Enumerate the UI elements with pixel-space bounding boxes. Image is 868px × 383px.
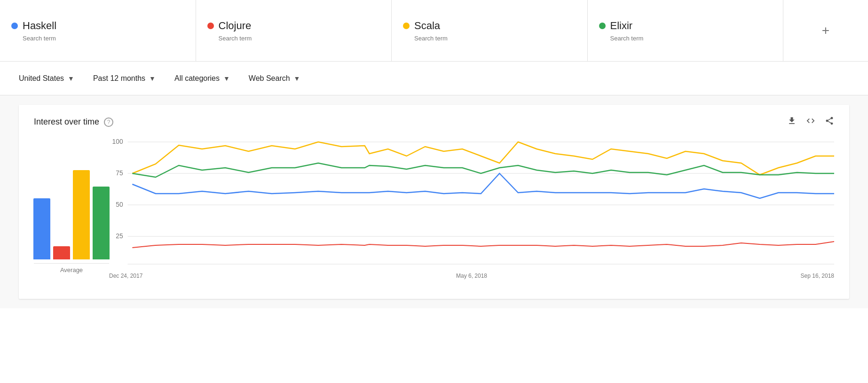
clojure-label: Search term: [219, 35, 380, 42]
add-term-button[interactable]: +: [783, 0, 868, 61]
elixir-name: Elixir: [610, 20, 633, 32]
svg-text:50: 50: [116, 201, 123, 208]
clojure-name: Clojure: [219, 20, 252, 32]
searchtype-arrow-icon: ▼: [294, 75, 300, 82]
svg-text:100: 100: [112, 138, 123, 145]
embed-icon[interactable]: [806, 116, 815, 128]
category-arrow-icon: ▼: [223, 75, 230, 82]
searchtype-label: Web Search: [249, 74, 290, 83]
elixir-dot: [599, 23, 606, 29]
average-label: Average: [34, 263, 109, 274]
x-label-may: May 6, 2018: [456, 273, 487, 279]
haskell-line: [132, 163, 834, 177]
haskell-name: Haskell: [23, 20, 56, 32]
chart-title-row: Interest over time ?: [34, 117, 113, 127]
chart-body: Average 100 75 50 25: [34, 137, 834, 288]
region-label: United States: [19, 74, 64, 83]
chart-card: Interest over time ?: [19, 105, 849, 299]
category-filter[interactable]: All categories ▼: [167, 70, 237, 86]
chart-actions: [787, 116, 834, 128]
scala-dot: [403, 23, 410, 29]
bar-clojure: [53, 246, 70, 259]
bar-elixir: [93, 187, 110, 259]
chart-header: Interest over time ?: [34, 116, 834, 128]
clojure-dot: [207, 23, 214, 29]
searchtype-filter[interactable]: Web Search ▼: [241, 70, 308, 86]
term-scala[interactable]: Scala Search term: [392, 0, 588, 61]
filter-bar: United States ▼ Past 12 months ▼ All cat…: [0, 62, 868, 95]
x-label-dec: Dec 24, 2017: [109, 273, 142, 279]
help-icon[interactable]: ?: [104, 117, 113, 127]
x-label-sep: Sep 16, 2018: [801, 273, 834, 279]
search-terms-bar: Haskell Search term Clojure Search term …: [0, 0, 868, 62]
clojure-line: [132, 173, 834, 198]
svg-text:75: 75: [116, 169, 123, 177]
timerange-filter[interactable]: Past 12 months ▼: [86, 70, 163, 86]
term-elixir[interactable]: Elixir Search term: [588, 0, 784, 61]
scala-name: Scala: [414, 20, 440, 32]
line-chart-container: 100 75 50 25 Dec 24, 2017 May: [109, 137, 834, 288]
bar-chart-mini: Average: [34, 137, 109, 288]
bars-container: [33, 165, 110, 259]
timerange-label: Past 12 months: [93, 74, 145, 83]
svg-text:25: 25: [116, 232, 123, 240]
scala-label: Search term: [414, 35, 576, 42]
bar-scala: [73, 170, 90, 259]
haskell-dot: [11, 23, 18, 29]
download-icon[interactable]: [787, 116, 797, 128]
chart-title: Interest over time: [34, 117, 99, 127]
timerange-arrow-icon: ▼: [149, 75, 156, 82]
term-clojure[interactable]: Clojure Search term: [196, 0, 392, 61]
elixir-line: [132, 242, 834, 248]
share-icon[interactable]: [825, 116, 834, 128]
elixir-label: Search term: [610, 35, 772, 42]
x-labels: Dec 24, 2017 May 6, 2018 Sep 16, 2018: [109, 271, 834, 279]
region-arrow-icon: ▼: [68, 75, 74, 82]
haskell-label: Search term: [23, 35, 184, 42]
line-chart-svg: 100 75 50 25: [109, 137, 834, 269]
region-filter[interactable]: United States ▼: [11, 70, 82, 86]
chart-section: Interest over time ?: [0, 95, 868, 308]
term-haskell[interactable]: Haskell Search term: [0, 0, 196, 61]
category-label: All categories: [174, 74, 220, 83]
bar-haskell: [33, 198, 50, 259]
